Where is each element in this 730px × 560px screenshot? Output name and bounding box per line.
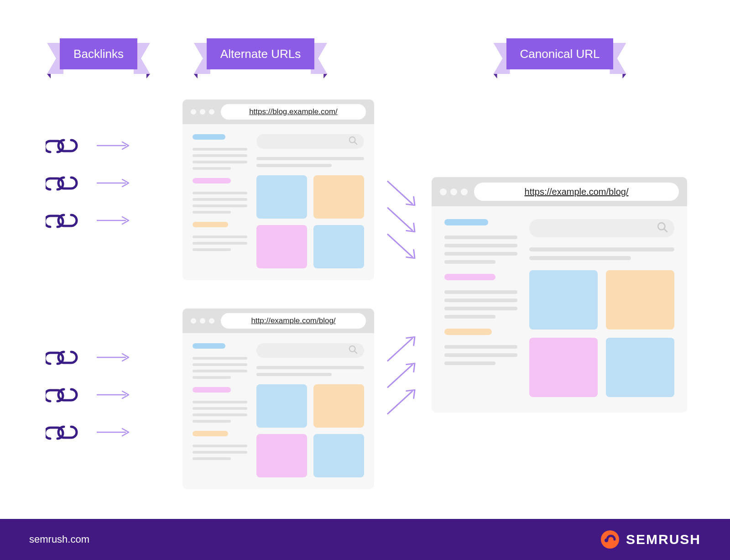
chain-link-icon <box>46 212 78 229</box>
arrow-diagonal-up-icon <box>385 336 417 363</box>
arrow-diagonal-up-icon <box>385 389 417 416</box>
svg-point-5 <box>601 530 619 549</box>
chain-link-icon <box>46 386 78 403</box>
arrow-diagonal-down-icon <box>385 179 417 206</box>
tile <box>529 338 598 397</box>
chain-link-icon <box>46 174 78 192</box>
window-controls-icon <box>440 188 468 195</box>
address-bar: https://example.com/blog/ <box>474 183 679 201</box>
ribbon-canonical-url: Canonical URL <box>485 38 634 69</box>
ribbon-alternate-urls: Alternate URLs <box>185 38 336 69</box>
tile <box>606 270 674 330</box>
sidebar-pill <box>444 274 495 280</box>
sidebar-pill <box>193 178 231 183</box>
ribbon-backlinks: Backlinks <box>39 38 158 69</box>
sidebar-pill <box>193 222 228 227</box>
ribbon-label: Alternate URLs <box>220 47 301 61</box>
search-icon <box>349 136 358 147</box>
address-bar: https://blog.example.com/ <box>221 104 366 120</box>
footer: semrush.com SEMRUSH <box>0 519 730 560</box>
chain-link-icon <box>46 349 78 366</box>
svg-point-6 <box>605 539 608 542</box>
search-placeholder <box>256 134 364 149</box>
arrow-right-icon <box>96 390 133 399</box>
tile <box>606 338 674 397</box>
browser-alternate-2: http://example.com/blog/ <box>182 309 374 489</box>
address-bar: http://example.com/blog/ <box>221 313 366 329</box>
sidebar-pill <box>193 134 225 140</box>
tile <box>256 384 307 428</box>
arrow-right-icon <box>96 428 133 437</box>
url-text: https://blog.example.com/ <box>249 107 338 116</box>
tile <box>529 270 598 330</box>
window-controls-icon <box>191 318 214 324</box>
search-placeholder <box>256 343 364 358</box>
tile <box>313 384 364 428</box>
search-icon <box>657 222 668 235</box>
tile <box>256 225 307 268</box>
chain-link-icon <box>46 424 78 441</box>
arrow-diagonal-up-icon <box>385 362 417 390</box>
window-controls-icon <box>191 109 214 115</box>
browser-alternate-1: https://blog.example.com/ <box>182 99 374 280</box>
tile <box>313 434 364 477</box>
search-placeholder <box>529 219 674 237</box>
browser-canonical: https://example.com/blog/ <box>432 177 687 413</box>
sidebar-pill <box>193 431 228 436</box>
tile <box>313 175 364 219</box>
search-icon <box>349 345 358 356</box>
arrow-diagonal-down-icon <box>385 232 417 259</box>
semrush-logo-icon <box>600 530 620 549</box>
tile <box>256 434 307 477</box>
sidebar-pill <box>444 329 492 335</box>
sidebar-pill <box>193 343 225 349</box>
arrow-right-icon <box>96 216 133 225</box>
arrow-diagonal-down-icon <box>385 205 417 233</box>
chain-link-icon <box>46 137 78 154</box>
sidebar-pill <box>193 387 231 393</box>
tile <box>256 175 307 219</box>
ribbon-label: Canonical URL <box>520 47 600 61</box>
arrow-right-icon <box>96 178 133 188</box>
tile <box>313 225 364 268</box>
url-text: http://example.com/blog/ <box>251 316 335 325</box>
url-text: https://example.com/blog/ <box>525 187 629 197</box>
brand: SEMRUSH <box>600 530 701 549</box>
arrow-right-icon <box>96 353 133 362</box>
footer-site: semrush.com <box>29 534 89 545</box>
sidebar-pill <box>444 219 488 225</box>
arrow-right-icon <box>96 141 133 150</box>
brand-text: SEMRUSH <box>626 532 701 547</box>
ribbon-label: Backlinks <box>73 47 124 61</box>
